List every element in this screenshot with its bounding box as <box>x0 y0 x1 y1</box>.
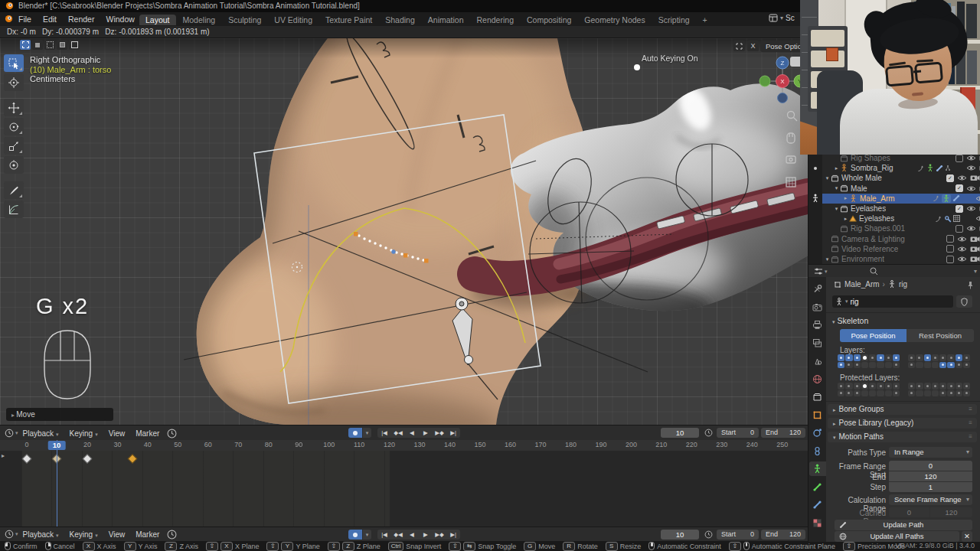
tab-render[interactable] <box>809 300 826 315</box>
select-mode-subtract[interactable] <box>44 40 55 50</box>
tab-view-layer[interactable] <box>809 336 826 350</box>
tab-world[interactable] <box>809 372 826 386</box>
protected-b1-layer-3[interactable] <box>932 390 939 397</box>
expander-icon[interactable]: ▸ <box>833 165 840 171</box>
protected-a0-layer-5[interactable] <box>877 383 884 390</box>
tool-select-box[interactable] <box>4 54 24 72</box>
layers-a1-layer-0[interactable] <box>838 362 844 369</box>
layers-a1-layer-2[interactable] <box>854 362 861 369</box>
layers-b0-layer-3[interactable] <box>932 354 939 361</box>
timeline-menu-playback[interactable]: Playback▾ <box>23 429 59 438</box>
auto-keyframe-record-button[interactable] <box>348 530 362 540</box>
timeline-menu-view[interactable]: View <box>109 530 126 539</box>
protected-b0-layer-0[interactable] <box>908 383 915 390</box>
layers-b1-layer-1[interactable] <box>916 362 923 369</box>
workspace-tab-geometry-nodes[interactable]: Geometry Nodes <box>578 15 651 25</box>
layers-a0-layer-0[interactable] <box>838 354 844 361</box>
layers-a1-layer-5[interactable] <box>877 362 884 369</box>
layers-a0-layer-2[interactable] <box>854 354 861 361</box>
playhead-line[interactable] <box>57 451 58 527</box>
close-overlay-button[interactable]: X <box>747 41 759 51</box>
tab-collection[interactable] <box>809 390 826 404</box>
camera-visibility-icon[interactable] <box>970 246 980 253</box>
outliner-row-environment[interactable]: ▾Environment <box>822 254 980 264</box>
protected-a0-layer-0[interactable] <box>838 383 844 390</box>
breadcrumb-data[interactable]: rig <box>899 280 907 289</box>
protected-a0-layer-3[interactable] <box>861 383 868 390</box>
jump-to-start-button[interactable]: |◀ <box>377 428 391 438</box>
update-path-button[interactable]: Update Path <box>835 520 972 530</box>
layers-b1-layer-5[interactable] <box>947 362 954 369</box>
blender-menu-icon[interactable] <box>5 15 13 23</box>
editor-type-button[interactable]: ▾ <box>5 429 18 438</box>
play-button[interactable]: ▶ <box>419 428 433 438</box>
select-mode-invert[interactable] <box>57 40 67 50</box>
workspace-tab-modeling[interactable]: Modeling <box>177 15 222 25</box>
layers-b1-layer-3[interactable] <box>932 362 939 369</box>
protected-a1-layer-5[interactable] <box>877 390 884 397</box>
tool-measure[interactable] <box>4 201 24 218</box>
layers-b1-layer-7[interactable] <box>963 362 970 369</box>
sync-clock-icon[interactable] <box>167 530 177 540</box>
timeline-ruler[interactable]: 0203040506070809010011012013014015016017… <box>0 440 808 452</box>
bone-groups-panel-header[interactable]: ▸Bone Groups≡ <box>828 404 977 415</box>
timeline-menu-playback[interactable]: Playback▾ <box>23 530 59 539</box>
layers-a0-layer-4[interactable] <box>869 354 876 361</box>
tab-constraints[interactable] <box>809 444 826 458</box>
collection-checkbox[interactable] <box>946 256 954 263</box>
layers-a0-layer-3[interactable] <box>861 354 868 361</box>
timeline-menu-marker[interactable]: Marker <box>136 530 159 539</box>
chevron-down-icon[interactable]: ▾ <box>974 268 977 275</box>
tab-scene[interactable] <box>809 354 826 368</box>
rest-position-button[interactable]: Rest Position <box>906 329 974 342</box>
outliner-row-video-reference[interactable]: Video Reference <box>822 244 980 254</box>
tool-rotate[interactable] <box>4 118 24 135</box>
timeline-menu-view[interactable]: View <box>109 429 126 438</box>
protected-a0-layer-6[interactable] <box>885 383 892 390</box>
protected-b0-layer-3[interactable] <box>932 383 939 390</box>
select-mode-new[interactable] <box>20 40 31 50</box>
collection-checkbox[interactable] <box>946 245 954 253</box>
keying-set-dropdown[interactable]: ▾ <box>363 530 371 540</box>
workspace-tab-layout[interactable]: Layout <box>139 15 176 25</box>
id-name-field[interactable]: ▾ rig <box>832 295 953 308</box>
protected-b0-layer-7[interactable] <box>963 383 970 390</box>
tab-bone[interactable] <box>809 480 826 494</box>
collection-checkbox[interactable] <box>946 235 954 243</box>
select-mode-intersect[interactable] <box>69 40 80 50</box>
layers-b0-layer-1[interactable] <box>916 354 923 361</box>
outliner-row-whole-male[interactable]: ▾Whole Male✓ <box>822 173 980 183</box>
tab-physics[interactable] <box>809 425 826 440</box>
collection-checkbox[interactable] <box>956 225 963 233</box>
frame-end-field[interactable]: End120 <box>761 530 805 540</box>
protected-b0-layer-5[interactable] <box>947 383 954 390</box>
menu-render[interactable]: Render <box>68 15 94 24</box>
layers-a1-layer-7[interactable] <box>893 362 900 369</box>
tool-scale[interactable] <box>4 137 24 155</box>
eye-icon[interactable] <box>966 185 976 192</box>
summary-expander[interactable]: ▸ <box>2 452 5 459</box>
workspace-tab-rendering[interactable]: Rendering <box>471 15 520 25</box>
play-button[interactable]: ▶ <box>419 530 433 540</box>
jump-to-end-button[interactable]: ▶| <box>446 428 460 438</box>
protected-b0-layer-2[interactable] <box>924 383 931 390</box>
collection-checkbox[interactable]: ✓ <box>956 184 963 192</box>
layers-a0-layer-7[interactable] <box>893 354 900 361</box>
eye-icon[interactable] <box>966 225 976 232</box>
frame-end-field[interactable]: End120 <box>761 428 805 438</box>
current-frame-indicator[interactable]: 10 <box>48 441 66 450</box>
protected-b1-layer-6[interactable] <box>956 390 962 397</box>
protected-b1-layer-2[interactable] <box>924 390 931 397</box>
skeleton-panel-header[interactable]: ▾ Skeleton <box>832 316 868 325</box>
layers-b0-layer-0[interactable] <box>908 354 915 361</box>
protected-a1-layer-7[interactable] <box>893 390 900 397</box>
auto-keyframe-record-button[interactable] <box>348 428 362 438</box>
breadcrumb-object[interactable]: Male_Arm <box>844 280 880 289</box>
tab-output[interactable] <box>809 318 826 332</box>
play-reverse-button[interactable]: ◀ <box>405 428 419 438</box>
expander-icon[interactable]: ▸ <box>842 216 849 222</box>
jump-to-start-button[interactable]: |◀ <box>377 530 391 540</box>
pose-position-button[interactable]: Pose Position <box>840 329 906 342</box>
expander-icon[interactable]: ▸ <box>842 195 849 201</box>
menu-edit[interactable]: Edit <box>43 15 57 24</box>
